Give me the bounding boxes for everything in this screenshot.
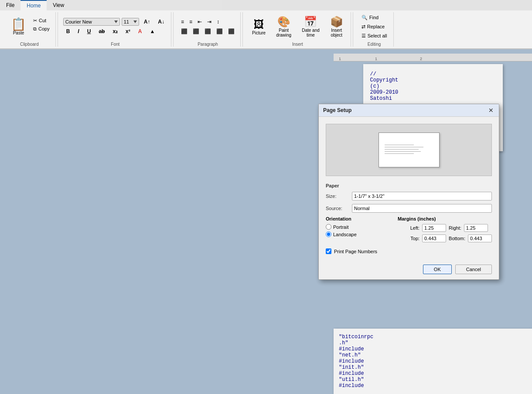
- cancel-button[interactable]: Cancel: [455, 265, 492, 274]
- dialog-footer: OK Cancel: [319, 261, 499, 279]
- print-page-numbers-label: Print Page Numbers: [334, 249, 377, 254]
- size-row: Size: 1-1/7" x 3-1/2": [326, 192, 492, 200]
- paper-line-2: [385, 147, 423, 147]
- right-input[interactable]: [464, 224, 488, 232]
- bottom-input[interactable]: [468, 234, 492, 242]
- paper-section-label: Paper: [326, 183, 492, 188]
- ok-button[interactable]: OK: [423, 265, 452, 274]
- paper-line-3: [385, 149, 418, 149]
- size-select[interactable]: 1-1/7" x 3-1/2": [352, 192, 492, 200]
- dialog-overlay: Page Setup ✕: [0, 0, 532, 394]
- dialog-body: Paper Size: 1-1/7" x 3-1/2" Source: Norm…: [319, 117, 499, 261]
- paper-lines: [385, 145, 433, 156]
- paper-line-4: [385, 151, 421, 152]
- source-row: Source: Normal: [326, 204, 492, 213]
- print-page-numbers-row: Print Page Numbers: [326, 248, 492, 254]
- paper-shadow: [381, 167, 442, 170]
- left-margin-row: Left: Right:: [398, 224, 492, 232]
- dialog-title: Page Setup: [323, 107, 351, 113]
- dialog-close-button[interactable]: ✕: [488, 107, 494, 114]
- margins-title: Margins (inches): [398, 216, 492, 221]
- size-label: Size:: [326, 194, 352, 199]
- left-input[interactable]: [422, 224, 446, 232]
- source-label: Source:: [326, 206, 352, 211]
- orientation-col: Orientation Portrait Landscape: [326, 216, 391, 245]
- page-setup-dialog: Page Setup ✕: [318, 104, 499, 280]
- right-label: Right:: [449, 225, 461, 231]
- landscape-label: Landscape: [333, 232, 357, 237]
- portrait-row: Portrait: [326, 224, 391, 230]
- portrait-radio[interactable]: [326, 224, 331, 230]
- orientation-margins-row: Orientation Portrait Landscape Margins (…: [326, 216, 492, 245]
- orientation-title: Orientation: [326, 216, 391, 221]
- paper-preview-area: [326, 124, 492, 176]
- paper-line-5: [385, 153, 413, 154]
- margins-col: Margins (inches) Left: Right: Top: Botto…: [398, 216, 492, 245]
- top-margin-row: Top: Bottom:: [398, 234, 492, 242]
- top-input[interactable]: [422, 234, 446, 242]
- bottom-label: Bottom:: [449, 236, 465, 241]
- landscape-radio[interactable]: [326, 231, 331, 237]
- preview-container: [379, 132, 440, 167]
- top-label: Top:: [398, 236, 419, 241]
- portrait-label: Portrait: [333, 224, 348, 230]
- landscape-row: Landscape: [326, 231, 391, 237]
- left-label: Left:: [398, 225, 419, 231]
- source-select[interactable]: Normal: [352, 204, 492, 213]
- paper-preview: [379, 132, 440, 167]
- paper-line-1: [385, 145, 413, 145]
- dialog-titlebar: Page Setup ✕: [319, 104, 499, 117]
- print-page-numbers-checkbox[interactable]: [326, 248, 331, 254]
